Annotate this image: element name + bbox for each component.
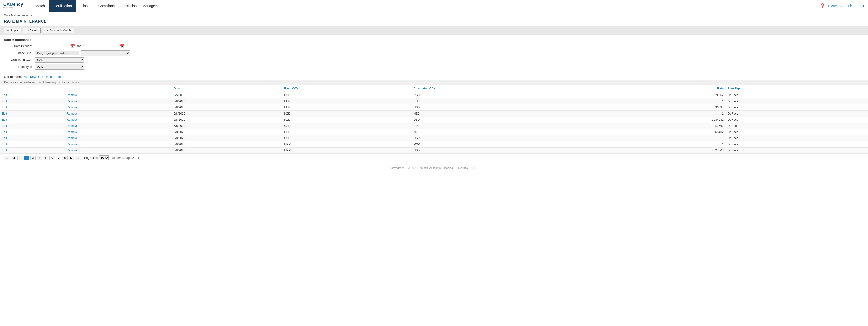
- nav-close[interactable]: Close: [76, 0, 94, 11]
- help-icon[interactable]: ❓: [820, 3, 825, 9]
- col-rate[interactable]: Rate: [597, 85, 725, 92]
- calculated-ccy-cell: EUR: [412, 123, 597, 129]
- table-row: Edit Remove 6/8/2020 EUR USD 0.7896534 O…: [0, 104, 868, 111]
- rate-type-cell: OpRecs: [725, 104, 868, 111]
- remove-link[interactable]: Remove: [67, 136, 78, 140]
- remove-cell[interactable]: Remove: [65, 98, 172, 104]
- remove-cell[interactable]: Remove: [65, 123, 172, 129]
- sync-button[interactable]: ⟳ Sync with Match: [42, 28, 74, 33]
- page-size-select[interactable]: 5 10 20 50: [99, 155, 109, 160]
- page-2-btn[interactable]: 2: [24, 156, 29, 160]
- page-7-btn[interactable]: 7: [56, 156, 61, 160]
- col-date[interactable]: Date: [172, 85, 282, 92]
- remove-link[interactable]: Remove: [67, 142, 78, 146]
- edit-cell[interactable]: Edit: [0, 104, 65, 111]
- edit-cell[interactable]: Edit: [0, 92, 65, 98]
- reset-button[interactable]: ↺ Reset: [23, 28, 40, 33]
- base-ccy-select[interactable]: USD EUR NZD MXP: [81, 51, 130, 56]
- remove-cell[interactable]: Remove: [65, 141, 172, 148]
- nav-disclosure[interactable]: Disclosure Management: [121, 0, 167, 11]
- col-calculated-ccy[interactable]: Calculated CCY: [412, 85, 597, 92]
- edit-link[interactable]: Edit: [2, 106, 7, 109]
- edit-link[interactable]: Edit: [2, 136, 7, 140]
- page-5-btn[interactable]: 5: [43, 156, 49, 160]
- edit-cell[interactable]: Edit: [0, 135, 65, 141]
- nav-certification[interactable]: Certification: [49, 0, 76, 11]
- base-ccy-cell: NZD: [282, 111, 412, 117]
- base-ccy-cell: USD: [282, 92, 412, 98]
- calendar-from-icon[interactable]: 📅: [71, 44, 75, 48]
- calculated-ccy-cell: EUR: [412, 98, 597, 104]
- page-6-btn[interactable]: 6: [50, 156, 55, 160]
- edit-link[interactable]: Edit: [2, 112, 7, 115]
- table-row: Edit Remove 8/5/2019 USD RSD 99.62 OpRec…: [0, 92, 868, 98]
- calendar-to-icon[interactable]: 📅: [120, 44, 124, 48]
- remove-link[interactable]: Remove: [67, 130, 78, 134]
- remove-link[interactable]: Remove: [67, 149, 78, 152]
- date-cell: 6/8/2020: [172, 129, 282, 135]
- edit-cell[interactable]: Edit: [0, 111, 65, 117]
- remove-link[interactable]: Remove: [67, 124, 78, 128]
- remove-cell[interactable]: Remove: [65, 104, 172, 111]
- rate-type-select[interactable]: AZN OpRecs: [35, 64, 84, 70]
- calculated-ccy-cell: NZD: [412, 129, 597, 135]
- calculated-ccy-select[interactable]: CAD USD EUR NZD: [35, 57, 84, 63]
- col-base-ccy[interactable]: Base CCY: [282, 85, 412, 92]
- remove-link[interactable]: Remove: [67, 100, 78, 103]
- remove-cell[interactable]: Remove: [65, 117, 172, 123]
- table-row: Edit Remove 6/8/2020 USD NZD 0.65432 OpR…: [0, 129, 868, 135]
- edit-link[interactable]: Edit: [2, 149, 7, 152]
- table-row: Edit Remove 6/8/2020 EUR EUR 1 OpRecs: [0, 98, 868, 104]
- remove-cell[interactable]: Remove: [65, 148, 172, 154]
- remove-cell[interactable]: Remove: [65, 135, 172, 141]
- apply-button[interactable]: ✔ Apply: [4, 28, 21, 33]
- add-new-rate-link[interactable]: Add New Rate: [24, 75, 43, 79]
- rate-type-row: Rate Type : AZN OpRecs: [4, 64, 864, 70]
- nav-match[interactable]: Match: [31, 0, 49, 11]
- remove-link[interactable]: Remove: [67, 93, 78, 97]
- page-next-btn[interactable]: ▶: [69, 156, 74, 160]
- date-cell: 6/8/2020: [172, 123, 282, 129]
- footer: Copyright © 1998-2021 Trintech. All Righ…: [0, 164, 868, 172]
- edit-cell[interactable]: Edit: [0, 148, 65, 154]
- edit-link[interactable]: Edit: [2, 100, 7, 103]
- page-prev-btn[interactable]: ◀: [11, 156, 17, 160]
- col-rate-type[interactable]: Rate Type ↓: [725, 85, 868, 92]
- edit-link[interactable]: Edit: [2, 130, 7, 134]
- page-1-btn[interactable]: 1: [18, 156, 23, 160]
- calculated-ccy-cell: USD: [412, 117, 597, 123]
- edit-link[interactable]: Edit: [2, 118, 7, 122]
- date-cell: 8/5/2019: [172, 92, 282, 98]
- rate-cell: 1: [597, 135, 725, 141]
- page-first-btn[interactable]: ⏮: [4, 156, 10, 160]
- page-3-btn[interactable]: 3: [30, 156, 36, 160]
- edit-cell[interactable]: Edit: [0, 123, 65, 129]
- user-menu[interactable]: System Administrator ▼: [828, 4, 865, 8]
- base-ccy-cell: MXP: [282, 141, 412, 148]
- edit-cell[interactable]: Edit: [0, 98, 65, 104]
- breadcrumb: Rate Maintenance >>: [0, 12, 868, 18]
- edit-cell[interactable]: Edit: [0, 129, 65, 135]
- drag-col-hint: Drag a column header and drop it here to…: [0, 80, 868, 85]
- page-last-btn[interactable]: ⏭: [75, 156, 81, 160]
- date-from-input[interactable]: [35, 43, 69, 49]
- date-cell: 6/8/2020: [172, 98, 282, 104]
- import-rates-link[interactable]: Import Rates: [45, 75, 62, 79]
- edit-cell[interactable]: Edit: [0, 117, 65, 123]
- remove-cell[interactable]: Remove: [65, 111, 172, 117]
- page-8-btn[interactable]: 8: [62, 156, 68, 160]
- remove-link[interactable]: Remove: [67, 106, 78, 109]
- date-to-input[interactable]: [84, 43, 118, 49]
- edit-link[interactable]: Edit: [2, 142, 7, 146]
- remove-cell[interactable]: Remove: [65, 92, 172, 98]
- remove-link[interactable]: Remove: [67, 112, 78, 115]
- nav-compliance[interactable]: Compliance: [94, 0, 121, 11]
- edit-cell[interactable]: Edit: [0, 141, 65, 148]
- user-name: System Administrator: [828, 4, 861, 8]
- remove-cell[interactable]: Remove: [65, 129, 172, 135]
- remove-link[interactable]: Remove: [67, 118, 78, 122]
- svg-text:ency: ency: [13, 2, 23, 7]
- edit-link[interactable]: Edit: [2, 93, 7, 97]
- page-4-btn[interactable]: 4: [37, 156, 42, 160]
- edit-link[interactable]: Edit: [2, 124, 7, 128]
